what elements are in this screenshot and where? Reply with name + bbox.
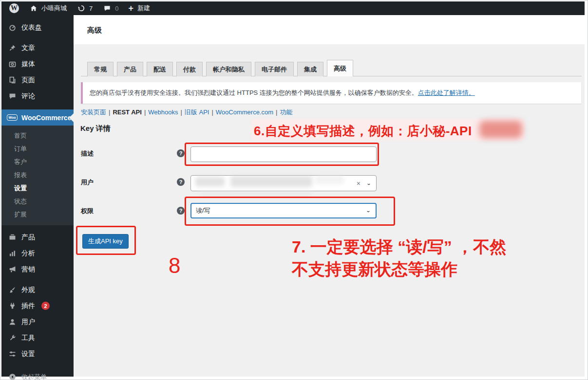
sidebar-item-settings[interactable]: 设置: [1, 346, 74, 362]
sidebar-item-plugins[interactable]: 插件 2: [1, 298, 74, 314]
subnav-features[interactable]: 功能: [280, 109, 292, 116]
separator: |: [276, 109, 277, 116]
separator: |: [180, 109, 182, 116]
updates-icon: [76, 3, 86, 13]
redacted-user-value: [315, 176, 344, 184]
woocommerce-submenu: 首页 订单 客户 报表 设置 状态 扩展: [1, 126, 74, 225]
advanced-subnav: 安装页面|REST API|Webhooks|旧版 API|WooCommerc…: [81, 108, 292, 117]
annotation-step7: 7. 一定要选择 “读/写” ，不然 不支持更新状态等操作: [292, 235, 506, 280]
subnav-rest-api[interactable]: REST API: [113, 109, 141, 116]
admin-bar: W 小喵商城 7 0 + 新建: [1, 1, 585, 15]
comments-icon: [7, 91, 17, 101]
tab-integration[interactable]: 集成: [297, 62, 323, 76]
submenu-item-status[interactable]: 状态: [1, 195, 74, 208]
annotation-step7-line2: 不支持更新状态等操作: [292, 258, 506, 280]
tab-payments[interactable]: 付款: [176, 62, 203, 76]
wrench-icon: [7, 333, 17, 343]
site-name-label: 小喵商城: [41, 4, 67, 13]
submenu-item-customers[interactable]: 客户: [1, 155, 74, 168]
annotation-step7-line1: 7. 一定要选择 “读/写” ，不然: [292, 235, 506, 258]
description-label: 描述: [81, 149, 159, 158]
annotation-box-description: [185, 143, 379, 166]
comment-bubble-icon: [102, 3, 112, 13]
annotation-6-redacted-blob: [479, 121, 522, 138]
tab-advanced[interactable]: 高级: [327, 60, 353, 76]
chevron-down-icon: ⌄: [366, 181, 371, 186]
separator: |: [109, 109, 110, 116]
clear-selection-icon[interactable]: ×: [357, 180, 360, 187]
sidebar-item-users[interactable]: 用户: [1, 314, 74, 330]
tab-general[interactable]: 常规: [87, 62, 114, 76]
key-details-heading: Key 详情: [80, 124, 111, 133]
subnav-woocommerce-com[interactable]: WooCommerce.com: [216, 109, 273, 116]
new-content-label: 新建: [137, 4, 150, 13]
notice-text: 您的商店似乎没有使用安全连接。我们强烈建议通过 HTTPS 连接为您的整个网站提…: [90, 89, 418, 96]
sidebar: 仪表盘 文章 媒体 页面 评论 Woo WooCommerce 首页 订单 客户…: [1, 15, 74, 377]
https-notice: 您的商店似乎没有使用安全连接。我们强烈建议通过 HTTPS 连接为您的整个网站提…: [81, 82, 581, 104]
updates-count: 7: [89, 5, 93, 12]
redacted-user-value: [195, 177, 225, 186]
products-icon: [7, 233, 17, 242]
sidebar-item-marketing[interactable]: 营销: [1, 261, 74, 277]
submenu-item-orders[interactable]: 订单: [1, 142, 74, 155]
page-header: 高级: [74, 15, 585, 44]
site-name-menu[interactable]: 小喵商城: [24, 1, 72, 15]
pages-icon: [7, 75, 17, 85]
user-label: 用户: [81, 178, 159, 187]
home-icon: [29, 3, 38, 13]
tab-accounts-privacy[interactable]: 帐户和隐私: [206, 62, 251, 76]
submenu-item-home[interactable]: 首页: [1, 129, 74, 142]
sidebar-item-dashboard[interactable]: 仪表盘: [1, 19, 74, 36]
sidebar-item-posts[interactable]: 文章: [1, 40, 74, 56]
collapse-arrow-icon: [7, 372, 17, 380]
sidebar-item-comments[interactable]: 评论: [1, 88, 74, 104]
separator: |: [211, 109, 213, 116]
woocommerce-icon: Woo: [7, 113, 17, 123]
tab-shipping[interactable]: 配送: [147, 62, 173, 76]
subnav-install-pages[interactable]: 安装页面: [81, 109, 106, 116]
sidebar-item-pages[interactable]: 页面: [1, 72, 74, 88]
comments-menu[interactable]: 0: [97, 1, 123, 15]
notice-details-link[interactable]: 点击此处了解详情。: [418, 89, 475, 96]
dashboard-icon: [7, 23, 17, 33]
permissions-label: 权限: [81, 207, 159, 216]
submenu-item-settings[interactable]: 设置: [1, 181, 74, 195]
wordpress-logo-menu[interactable]: W: [4, 1, 24, 15]
tab-products[interactable]: 产品: [117, 62, 143, 76]
submenu-item-extensions[interactable]: 扩展: [1, 208, 74, 221]
bar-chart-icon: [7, 249, 17, 258]
media-icon: [7, 59, 17, 69]
sidebar-item-analytics[interactable]: 分析: [1, 245, 74, 261]
page-title: 高级: [87, 26, 102, 35]
sidebar-item-tools[interactable]: 工具: [1, 330, 74, 346]
new-content-menu[interactable]: + 新建: [123, 1, 155, 15]
sidebar-collapse-menu[interactable]: 收起菜单: [1, 369, 74, 380]
sidebar-item-appearance[interactable]: 外观: [1, 282, 74, 298]
subnav-legacy-api[interactable]: 旧版 API: [185, 109, 209, 116]
updates-menu[interactable]: 7: [72, 1, 97, 15]
plugins-update-badge: 2: [41, 302, 50, 310]
description-help-icon[interactable]: ?: [177, 149, 185, 157]
separator: |: [144, 109, 146, 116]
redacted-user-value: [230, 176, 312, 187]
user-help-icon[interactable]: ?: [177, 178, 185, 186]
plus-icon: +: [128, 4, 133, 13]
sidebar-item-woocommerce[interactable]: Woo WooCommerce: [1, 109, 74, 126]
annotation-box-generate-button: [76, 226, 136, 255]
user-icon: [7, 317, 17, 327]
annotation-box-permissions: [185, 197, 395, 226]
annotation-step8: 8: [169, 253, 180, 278]
subnav-webhooks[interactable]: Webhooks: [148, 109, 178, 116]
submenu-item-reports[interactable]: 报表: [1, 168, 74, 181]
annotation-step6: 6.自定义填写描述，例如：店小秘-API: [254, 123, 472, 140]
wordpress-logo-icon: W: [9, 3, 19, 13]
settings-tabs: 常规 产品 配送 付款 帐户和隐私 电子邮件 集成 高级: [87, 60, 357, 76]
pushpin-icon: [7, 43, 17, 53]
permissions-help-icon[interactable]: ?: [177, 207, 185, 215]
megaphone-icon: [7, 265, 17, 274]
brush-icon: [7, 285, 17, 295]
sidebar-item-products[interactable]: 产品: [1, 229, 74, 245]
settings-sliders-icon: [7, 349, 17, 359]
tab-emails[interactable]: 电子邮件: [255, 62, 294, 76]
sidebar-item-media[interactable]: 媒体: [1, 56, 74, 72]
